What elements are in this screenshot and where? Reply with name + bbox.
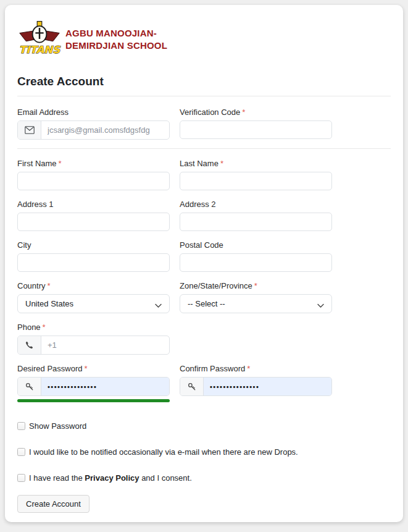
show-password-checkbox[interactable]: [17, 422, 25, 430]
field-last-name: Last Name*: [180, 158, 332, 190]
country-label-text: Country: [17, 281, 46, 290]
country-select[interactable]: United States: [17, 294, 170, 313]
row-passwords: Desired Password* Confirm Password*: [17, 363, 391, 402]
field-city: City: [17, 240, 170, 272]
last-name-label: Last Name*: [180, 158, 332, 169]
zone-selected-value: -- Select --: [188, 299, 225, 308]
row-city-postal: City Postal Code: [17, 240, 391, 272]
verification-code-label-text: Verification Code: [180, 108, 240, 117]
postal-code-input[interactable]: [180, 253, 332, 272]
first-name-label-text: First Name: [17, 159, 57, 168]
confirm-password-label: Confirm Password*: [180, 363, 332, 374]
confirm-password-input[interactable]: [204, 378, 331, 395]
privacy-label: I have read the Privacy Policy and I con…: [29, 473, 192, 483]
zone-label: Zone/State/Province*: [180, 281, 332, 292]
privacy-text-suffix: and I consent.: [139, 473, 192, 483]
field-desired-password: Desired Password*: [17, 363, 170, 402]
chevron-down-icon: [317, 301, 324, 310]
first-name-label: First Name*: [17, 158, 170, 169]
email-label-text: Email Address: [17, 108, 69, 117]
country-label: Country*: [17, 281, 170, 292]
address2-label-text: Address 2: [180, 200, 216, 209]
email-label: Email Address: [17, 107, 170, 118]
title-divider: [17, 96, 391, 96]
required-asterisk: *: [59, 159, 62, 168]
field-confirm-password: Confirm Password*: [180, 363, 332, 402]
field-zone: Zone/State/Province* -- Select --: [180, 281, 332, 313]
row-name: First Name* Last Name*: [17, 158, 391, 190]
address1-input[interactable]: [17, 213, 170, 231]
privacy-checkbox[interactable]: [17, 474, 25, 482]
field-country: Country* United States: [17, 281, 170, 313]
required-asterisk: *: [254, 281, 257, 290]
row-email-verification: Email Address Verification Code*: [17, 107, 391, 140]
required-asterisk: *: [85, 364, 88, 373]
first-name-input[interactable]: [17, 172, 170, 190]
last-name-input[interactable]: [180, 172, 332, 190]
field-postal-code: Postal Code: [180, 240, 332, 272]
show-password-row: Show Password: [17, 421, 391, 431]
field-email: Email Address: [17, 107, 170, 140]
privacy-policy-link[interactable]: Privacy Policy: [85, 473, 139, 483]
phone-input[interactable]: [41, 336, 169, 354]
postal-code-label-text: Postal Code: [180, 240, 223, 250]
city-label-text: City: [17, 240, 31, 250]
required-asterisk: *: [48, 281, 51, 290]
confirm-password-group: [180, 377, 332, 396]
confirm-password-label-text: Confirm Password: [180, 364, 245, 373]
address2-label: Address 2: [180, 199, 332, 210]
desired-password-label: Desired Password*: [17, 363, 170, 374]
phone-label-text: Phone: [17, 323, 41, 332]
phone-input-group: [17, 336, 170, 355]
page-title: Create Account: [17, 75, 391, 88]
required-asterisk: *: [43, 323, 46, 332]
school-name-line2: DEMIRDJIAN SCHOOL: [65, 40, 167, 52]
key-icon: [180, 378, 204, 395]
privacy-text-prefix: I have read the: [29, 473, 85, 483]
required-asterisk: *: [242, 108, 245, 117]
section-divider: [17, 148, 391, 149]
school-name: AGBU MANOOJIAN- DEMIRDJIAN SCHOOL: [65, 27, 167, 53]
notify-label: I would like to be notified occasionally…: [29, 447, 298, 457]
phone-label: Phone*: [17, 322, 170, 333]
phone-icon: [18, 336, 41, 354]
field-first-name: First Name*: [17, 158, 170, 190]
row-address: Address 1 Address 2: [17, 199, 391, 231]
zone-select[interactable]: -- Select --: [180, 294, 332, 313]
row-country-zone: Country* United States Zone/State/Provin…: [17, 281, 391, 313]
zone-label-text: Zone/State/Province: [180, 281, 252, 290]
create-account-card: TITANS AGBU MANOOJIAN- DEMIRDJIAN SCHOOL…: [5, 5, 403, 522]
notify-checkbox[interactable]: [17, 448, 25, 456]
city-input[interactable]: [17, 253, 170, 272]
chevron-down-icon: [155, 301, 162, 310]
password-strength-bar: [17, 399, 170, 402]
email-input-group: [17, 120, 170, 140]
create-account-button[interactable]: Create Account: [17, 495, 90, 513]
row-phone-spacer: [180, 322, 332, 355]
school-name-line1: AGBU MANOOJIAN-: [65, 27, 167, 40]
country-selected-value: United States: [25, 299, 73, 308]
envelope-icon: [18, 121, 41, 139]
address1-label: Address 1: [17, 199, 170, 210]
titans-logo-icon: TITANS: [17, 20, 62, 59]
row-phone: Phone*: [17, 322, 391, 355]
svg-text:TITANS: TITANS: [19, 44, 61, 56]
notify-row: I would like to be notified occasionally…: [17, 447, 391, 457]
desired-password-group: [17, 377, 170, 396]
email-input[interactable]: [41, 121, 169, 139]
key-icon: [18, 378, 41, 395]
checkbox-section: Show Password I would like to be notifie…: [17, 421, 391, 483]
desired-password-input[interactable]: [41, 378, 169, 395]
show-password-label: Show Password: [29, 421, 86, 431]
field-phone: Phone*: [17, 322, 170, 355]
field-address2: Address 2: [180, 199, 332, 231]
field-verification-code: Verification Code*: [180, 107, 332, 140]
postal-code-label: Postal Code: [180, 240, 332, 251]
verification-code-input[interactable]: [180, 120, 332, 139]
city-label: City: [17, 240, 170, 251]
privacy-row: I have read the Privacy Policy and I con…: [17, 473, 391, 483]
field-address1: Address 1: [17, 199, 170, 231]
last-name-label-text: Last Name: [180, 159, 219, 168]
required-asterisk: *: [220, 159, 223, 168]
address2-input[interactable]: [180, 213, 332, 231]
